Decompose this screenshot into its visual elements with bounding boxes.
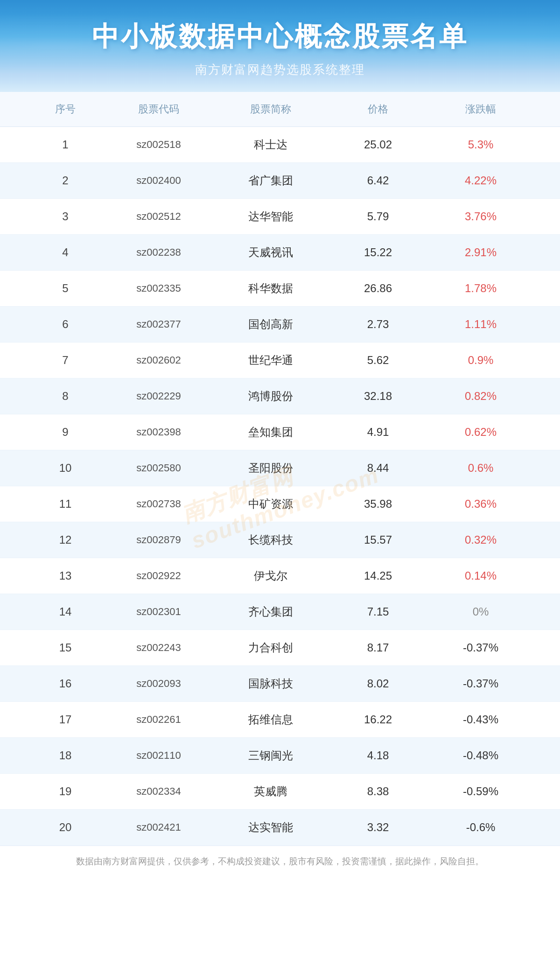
cell-name: 达华智能: [215, 199, 327, 234]
cell-num: 12: [28, 522, 103, 558]
cell-price: 8.02: [327, 666, 429, 701]
cell-name: 拓维信息: [215, 702, 327, 737]
cell-name: 中矿资源: [215, 486, 327, 522]
cell-num: 1: [28, 127, 103, 162]
cell-change: 0.36%: [429, 486, 532, 522]
cell-code: sz002398: [103, 414, 215, 450]
cell-price: 15.57: [327, 522, 429, 558]
cell-num: 9: [28, 414, 103, 450]
cell-name: 圣阳股份: [215, 450, 327, 486]
cell-code: sz002238: [103, 235, 215, 270]
cell-code: sz002335: [103, 271, 215, 306]
cell-code: sz002093: [103, 666, 215, 701]
table-row: 19 sz002334 英威腾 8.38 -0.59%: [0, 774, 560, 810]
table-row: 13 sz002922 伊戈尔 14.25 0.14%: [0, 558, 560, 594]
cell-change: -0.48%: [429, 738, 532, 773]
cell-price: 4.91: [327, 414, 429, 450]
cell-name: 达实智能: [215, 810, 327, 845]
cell-price: 14.25: [327, 558, 429, 594]
cell-price: 8.44: [327, 450, 429, 486]
main-title: 中小板数据中心概念股票名单: [28, 19, 532, 55]
cell-price: 5.62: [327, 343, 429, 378]
cell-name: 垒知集团: [215, 414, 327, 450]
cell-num: 14: [28, 594, 103, 630]
cell-num: 15: [28, 630, 103, 665]
table-row: 12 sz002879 长缆科技 15.57 0.32%: [0, 522, 560, 558]
cell-change: 0.82%: [429, 378, 532, 414]
cell-name: 长缆科技: [215, 522, 327, 558]
header-name: 股票简称: [215, 102, 327, 116]
cell-change: 4.22%: [429, 163, 532, 198]
table-row: 10 sz002580 圣阳股份 8.44 0.6%: [0, 450, 560, 486]
table-row: 5 sz002335 科华数据 26.86 1.78%: [0, 271, 560, 307]
cell-code: sz002512: [103, 199, 215, 234]
cell-code: sz002229: [103, 378, 215, 414]
table-row: 2 sz002400 省广集团 6.42 4.22%: [0, 163, 560, 199]
cell-change: 1.78%: [429, 271, 532, 306]
cell-num: 4: [28, 235, 103, 270]
cell-code: sz002922: [103, 558, 215, 594]
cell-change: -0.37%: [429, 666, 532, 701]
cell-num: 11: [28, 486, 103, 522]
cell-code: sz002243: [103, 630, 215, 665]
cell-change: -0.59%: [429, 774, 532, 809]
table-row: 16 sz002093 国脉科技 8.02 -0.37%: [0, 666, 560, 702]
table-row: 14 sz002301 齐心集团 7.15 0%: [0, 594, 560, 630]
cell-change: 5.3%: [429, 127, 532, 162]
cell-name: 伊戈尔: [215, 558, 327, 594]
cell-num: 16: [28, 666, 103, 701]
cell-change: -0.43%: [429, 702, 532, 737]
header-change: 涨跌幅: [429, 102, 532, 116]
header-num: 序号: [28, 102, 103, 116]
cell-num: 19: [28, 774, 103, 809]
cell-change: 3.76%: [429, 199, 532, 234]
cell-name: 科华数据: [215, 271, 327, 306]
table-container: 序号 股票代码 股票简称 价格 涨跌幅 1 sz002518 科士达 25.02…: [0, 92, 560, 896]
table-header: 序号 股票代码 股票简称 价格 涨跌幅: [0, 92, 560, 127]
header-price: 价格: [327, 102, 429, 116]
table-row: 17 sz002261 拓维信息 16.22 -0.43%: [0, 702, 560, 738]
cell-change: 0%: [429, 594, 532, 630]
cell-code: sz002334: [103, 774, 215, 809]
cell-code: sz002261: [103, 702, 215, 737]
cell-num: 20: [28, 810, 103, 845]
cell-code: sz002602: [103, 343, 215, 378]
cell-code: sz002377: [103, 307, 215, 342]
cell-price: 5.79: [327, 199, 429, 234]
cell-num: 13: [28, 558, 103, 594]
cell-name: 三钢闽光: [215, 738, 327, 773]
cell-price: 16.22: [327, 702, 429, 737]
table-body: 1 sz002518 科士达 25.02 5.3% 2 sz002400 省广集…: [0, 127, 560, 846]
cell-num: 7: [28, 343, 103, 378]
cell-num: 6: [28, 307, 103, 342]
footer-note: 数据由南方财富网提供，仅供参考，不构成投资建议，股市有风险，投资需谨慎，据此操作…: [0, 846, 560, 877]
table-row: 8 sz002229 鸿博股份 32.18 0.82%: [0, 378, 560, 414]
cell-name: 国创高新: [215, 307, 327, 342]
table-row: 15 sz002243 力合科创 8.17 -0.37%: [0, 630, 560, 666]
cell-code: sz002301: [103, 594, 215, 630]
page-wrapper: 中小板数据中心概念股票名单 南方财富网趋势选股系统整理 南方财富网southmo…: [0, 0, 560, 980]
cell-price: 35.98: [327, 486, 429, 522]
cell-name: 天威视讯: [215, 235, 327, 270]
cell-price: 15.22: [327, 235, 429, 270]
cell-price: 4.18: [327, 738, 429, 773]
header-section: 中小板数据中心概念股票名单 南方财富网趋势选股系统整理: [0, 0, 560, 92]
cell-name: 世纪华通: [215, 343, 327, 378]
cell-num: 10: [28, 450, 103, 486]
table-row: 20 sz002421 达实智能 3.32 -0.6%: [0, 810, 560, 846]
table-row: 1 sz002518 科士达 25.02 5.3%: [0, 127, 560, 163]
cell-price: 7.15: [327, 594, 429, 630]
cell-name: 英威腾: [215, 774, 327, 809]
cell-name: 国脉科技: [215, 666, 327, 701]
table-row: 9 sz002398 垒知集团 4.91 0.62%: [0, 414, 560, 450]
cell-name: 科士达: [215, 127, 327, 162]
cell-price: 2.73: [327, 307, 429, 342]
table-row: 6 sz002377 国创高新 2.73 1.11%: [0, 307, 560, 343]
cell-price: 26.86: [327, 271, 429, 306]
cell-price: 3.32: [327, 810, 429, 845]
table-row: 7 sz002602 世纪华通 5.62 0.9%: [0, 343, 560, 378]
table-row: 18 sz002110 三钢闽光 4.18 -0.48%: [0, 738, 560, 774]
cell-num: 5: [28, 271, 103, 306]
cell-name: 力合科创: [215, 630, 327, 665]
cell-name: 省广集团: [215, 163, 327, 198]
